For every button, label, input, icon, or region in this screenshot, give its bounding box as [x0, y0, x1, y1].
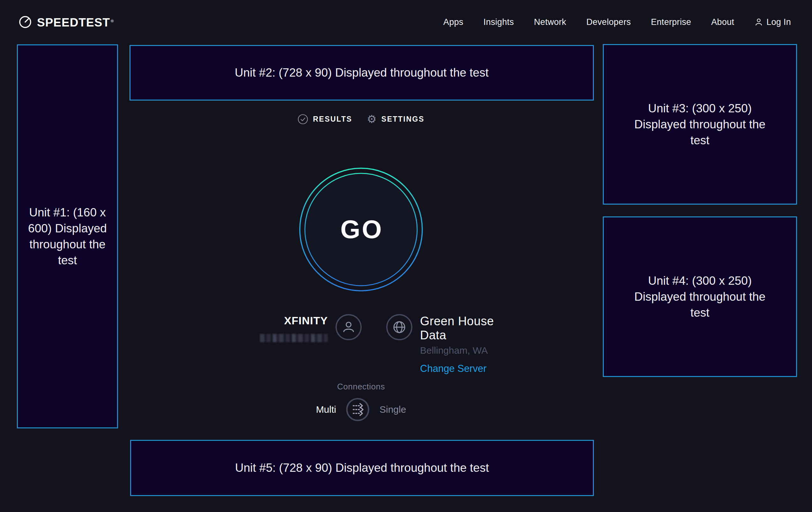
- user-icon: [754, 18, 763, 26]
- tab-settings[interactable]: ⚙ SETTINGS: [367, 114, 425, 125]
- connections-toggle-icon[interactable]: [346, 397, 370, 422]
- globe-icon: [386, 314, 412, 340]
- go-label: GO: [298, 167, 424, 292]
- nav-item-about[interactable]: About: [711, 17, 734, 27]
- check-circle-icon: [297, 114, 308, 125]
- ad-unit-1-text: Unit #1: (160 x 600) Displayed throughou…: [27, 205, 108, 268]
- isp-name: XFINITY: [284, 314, 328, 327]
- change-server-link[interactable]: Change Server: [420, 362, 487, 375]
- connections-single-option[interactable]: Single: [379, 404, 406, 415]
- tab-results[interactable]: RESULTS: [297, 114, 352, 125]
- connection-info-row: XFINITY: [260, 314, 503, 375]
- go-button[interactable]: GO: [298, 167, 424, 292]
- server-details: Green House Data Bellingham, WA Change S…: [420, 314, 503, 375]
- ad-unit-1[interactable]: Unit #1: (160 x 600) Displayed throughou…: [17, 44, 118, 428]
- server-location: Bellingham, WA: [420, 345, 488, 356]
- tab-settings-label: SETTINGS: [381, 115, 425, 124]
- server-block: Green House Data Bellingham, WA Change S…: [386, 314, 503, 375]
- gear-icon: ⚙: [367, 114, 376, 125]
- view-tabs: RESULTS ⚙ SETTINGS: [297, 114, 425, 125]
- tab-results-label: RESULTS: [313, 115, 352, 124]
- server-name: Green House Data: [420, 314, 503, 342]
- login-label: Log In: [766, 17, 791, 27]
- ad-unit-3[interactable]: Unit #3: (300 x 250) Displayed throughou…: [603, 44, 797, 205]
- speedtest-page: SPEEDTEST® Apps Insights Network Develop…: [0, 0, 812, 512]
- redacted-ip: [260, 334, 328, 342]
- connections-label: Connections: [337, 382, 385, 392]
- brand-wordmark: SPEEDTEST®: [37, 14, 114, 30]
- isp-block: XFINITY: [260, 314, 362, 342]
- nav-item-enterprise[interactable]: Enterprise: [651, 17, 691, 27]
- trademark-symbol: ®: [111, 19, 114, 23]
- ad-unit-4-text: Unit #4: (300 x 250) Displayed throughou…: [625, 273, 775, 321]
- connections-multi-option[interactable]: Multi: [316, 404, 336, 415]
- main-content: RESULTS ⚙ SETTINGS GO: [118, 0, 604, 512]
- speedtest-logo[interactable]: SPEEDTEST®: [18, 14, 114, 30]
- ad-unit-3-text: Unit #3: (300 x 250) Displayed throughou…: [625, 101, 775, 149]
- isp-details: XFINITY: [260, 314, 328, 342]
- login-button[interactable]: Log In: [754, 17, 791, 27]
- ad-unit-4[interactable]: Unit #4: (300 x 250) Displayed throughou…: [603, 216, 797, 377]
- isp-user-icon: [336, 314, 362, 340]
- connections-toggle-row: Multi Single: [316, 397, 406, 422]
- speedometer-gauge-icon: [18, 14, 32, 29]
